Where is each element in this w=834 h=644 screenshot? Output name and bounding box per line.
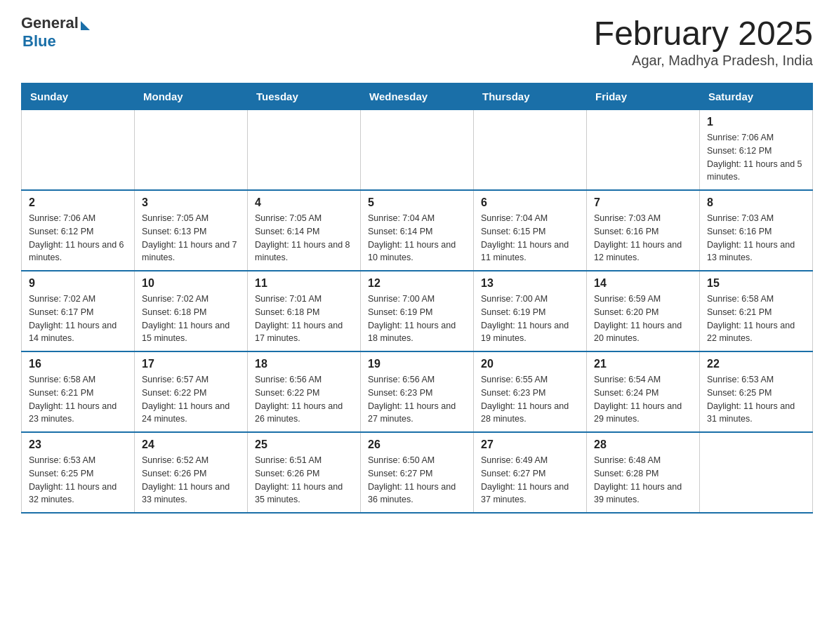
calendar-day-cell: 23Sunrise: 6:53 AM Sunset: 6:25 PM Dayli… bbox=[22, 432, 135, 513]
day-number: 23 bbox=[29, 438, 127, 451]
calendar-day-cell bbox=[361, 110, 474, 191]
day-info: Sunrise: 6:58 AM Sunset: 6:21 PM Dayligh… bbox=[707, 293, 805, 345]
logo-general-text: General bbox=[21, 14, 79, 32]
day-info: Sunrise: 7:02 AM Sunset: 6:18 PM Dayligh… bbox=[142, 293, 240, 345]
day-info: Sunrise: 6:53 AM Sunset: 6:25 PM Dayligh… bbox=[29, 454, 127, 507]
calendar-day-cell: 21Sunrise: 6:54 AM Sunset: 6:24 PM Dayli… bbox=[587, 351, 700, 432]
day-number: 8 bbox=[707, 196, 805, 209]
day-info: Sunrise: 7:01 AM Sunset: 6:18 PM Dayligh… bbox=[255, 293, 353, 345]
day-number: 7 bbox=[594, 196, 692, 209]
calendar-table: SundayMondayTuesdayWednesdayThursdayFrid… bbox=[21, 83, 813, 514]
calendar-header-row: SundayMondayTuesdayWednesdayThursdayFrid… bbox=[22, 83, 813, 110]
day-info: Sunrise: 7:06 AM Sunset: 6:12 PM Dayligh… bbox=[29, 212, 127, 264]
day-number: 22 bbox=[707, 358, 805, 370]
day-number: 5 bbox=[368, 196, 466, 209]
calendar-day-cell: 19Sunrise: 6:56 AM Sunset: 6:23 PM Dayli… bbox=[361, 351, 474, 432]
day-info: Sunrise: 6:53 AM Sunset: 6:25 PM Dayligh… bbox=[707, 373, 805, 426]
calendar-day-cell: 7Sunrise: 7:03 AM Sunset: 6:16 PM Daylig… bbox=[587, 190, 700, 271]
page-header: General Blue February 2025 Agar, Madhya … bbox=[21, 14, 813, 69]
day-info: Sunrise: 6:59 AM Sunset: 6:20 PM Dayligh… bbox=[594, 293, 692, 345]
calendar-day-cell: 10Sunrise: 7:02 AM Sunset: 6:18 PM Dayli… bbox=[135, 271, 248, 351]
day-info: Sunrise: 7:02 AM Sunset: 6:17 PM Dayligh… bbox=[29, 293, 127, 345]
day-info: Sunrise: 7:00 AM Sunset: 6:19 PM Dayligh… bbox=[481, 293, 579, 345]
day-info: Sunrise: 6:57 AM Sunset: 6:22 PM Dayligh… bbox=[142, 373, 240, 426]
calendar-day-cell: 13Sunrise: 7:00 AM Sunset: 6:19 PM Dayli… bbox=[474, 271, 587, 351]
day-number: 28 bbox=[594, 438, 692, 451]
logo-triangle-icon bbox=[81, 21, 90, 30]
day-info: Sunrise: 6:54 AM Sunset: 6:24 PM Dayligh… bbox=[594, 373, 692, 426]
day-info: Sunrise: 6:49 AM Sunset: 6:27 PM Dayligh… bbox=[481, 454, 579, 507]
day-number: 4 bbox=[255, 196, 353, 209]
day-of-week-header: Tuesday bbox=[248, 83, 361, 110]
calendar-day-cell: 27Sunrise: 6:49 AM Sunset: 6:27 PM Dayli… bbox=[474, 432, 587, 513]
day-info: Sunrise: 6:55 AM Sunset: 6:23 PM Dayligh… bbox=[481, 373, 579, 426]
day-of-week-header: Thursday bbox=[474, 83, 587, 110]
day-info: Sunrise: 7:00 AM Sunset: 6:19 PM Dayligh… bbox=[368, 293, 466, 345]
page-subtitle: Agar, Madhya Pradesh, India bbox=[594, 53, 813, 69]
logo: General Blue bbox=[21, 14, 90, 51]
day-number: 13 bbox=[481, 277, 579, 290]
day-number: 1 bbox=[707, 116, 805, 128]
calendar-day-cell: 2Sunrise: 7:06 AM Sunset: 6:12 PM Daylig… bbox=[22, 190, 135, 271]
day-number: 16 bbox=[29, 358, 127, 370]
day-number: 25 bbox=[255, 438, 353, 451]
page-title: February 2025 bbox=[594, 14, 813, 53]
day-info: Sunrise: 6:58 AM Sunset: 6:21 PM Dayligh… bbox=[29, 373, 127, 426]
day-info: Sunrise: 7:05 AM Sunset: 6:14 PM Dayligh… bbox=[255, 212, 353, 264]
calendar-day-cell: 6Sunrise: 7:04 AM Sunset: 6:15 PM Daylig… bbox=[474, 190, 587, 271]
day-number: 15 bbox=[707, 277, 805, 290]
day-number: 3 bbox=[142, 196, 240, 209]
calendar-week-row: 16Sunrise: 6:58 AM Sunset: 6:21 PM Dayli… bbox=[22, 351, 813, 432]
day-info: Sunrise: 6:51 AM Sunset: 6:26 PM Dayligh… bbox=[255, 454, 353, 507]
calendar-day-cell: 16Sunrise: 6:58 AM Sunset: 6:21 PM Dayli… bbox=[22, 351, 135, 432]
calendar-day-cell bbox=[22, 110, 135, 191]
day-number: 11 bbox=[255, 277, 353, 290]
day-number: 6 bbox=[481, 196, 579, 209]
day-number: 27 bbox=[481, 438, 579, 451]
day-info: Sunrise: 6:48 AM Sunset: 6:28 PM Dayligh… bbox=[594, 454, 692, 507]
calendar-week-row: 9Sunrise: 7:02 AM Sunset: 6:17 PM Daylig… bbox=[22, 271, 813, 351]
calendar-day-cell: 5Sunrise: 7:04 AM Sunset: 6:14 PM Daylig… bbox=[361, 190, 474, 271]
calendar-day-cell: 9Sunrise: 7:02 AM Sunset: 6:17 PM Daylig… bbox=[22, 271, 135, 351]
title-block: February 2025 Agar, Madhya Pradesh, Indi… bbox=[594, 14, 813, 69]
day-number: 19 bbox=[368, 358, 466, 370]
calendar-day-cell: 12Sunrise: 7:00 AM Sunset: 6:19 PM Dayli… bbox=[361, 271, 474, 351]
calendar-day-cell bbox=[248, 110, 361, 191]
calendar-day-cell: 17Sunrise: 6:57 AM Sunset: 6:22 PM Dayli… bbox=[135, 351, 248, 432]
calendar-day-cell: 11Sunrise: 7:01 AM Sunset: 6:18 PM Dayli… bbox=[248, 271, 361, 351]
day-info: Sunrise: 6:56 AM Sunset: 6:22 PM Dayligh… bbox=[255, 373, 353, 426]
day-number: 10 bbox=[142, 277, 240, 290]
calendar-week-row: 23Sunrise: 6:53 AM Sunset: 6:25 PM Dayli… bbox=[22, 432, 813, 513]
day-info: Sunrise: 6:52 AM Sunset: 6:26 PM Dayligh… bbox=[142, 454, 240, 507]
calendar-day-cell bbox=[700, 432, 813, 513]
calendar-day-cell: 18Sunrise: 6:56 AM Sunset: 6:22 PM Dayli… bbox=[248, 351, 361, 432]
day-info: Sunrise: 7:06 AM Sunset: 6:12 PM Dayligh… bbox=[707, 131, 805, 184]
calendar-day-cell: 3Sunrise: 7:05 AM Sunset: 6:13 PM Daylig… bbox=[135, 190, 248, 271]
day-number: 24 bbox=[142, 438, 240, 451]
calendar-day-cell: 20Sunrise: 6:55 AM Sunset: 6:23 PM Dayli… bbox=[474, 351, 587, 432]
calendar-day-cell: 15Sunrise: 6:58 AM Sunset: 6:21 PM Dayli… bbox=[700, 271, 813, 351]
day-of-week-header: Saturday bbox=[700, 83, 813, 110]
day-number: 2 bbox=[29, 196, 127, 209]
day-number: 17 bbox=[142, 358, 240, 370]
calendar-day-cell: 14Sunrise: 6:59 AM Sunset: 6:20 PM Dayli… bbox=[587, 271, 700, 351]
calendar-day-cell: 28Sunrise: 6:48 AM Sunset: 6:28 PM Dayli… bbox=[587, 432, 700, 513]
calendar-week-row: 1Sunrise: 7:06 AM Sunset: 6:12 PM Daylig… bbox=[22, 110, 813, 191]
calendar-day-cell bbox=[474, 110, 587, 191]
day-number: 26 bbox=[368, 438, 466, 451]
calendar-day-cell bbox=[587, 110, 700, 191]
day-number: 9 bbox=[29, 277, 127, 290]
day-number: 14 bbox=[594, 277, 692, 290]
calendar-week-row: 2Sunrise: 7:06 AM Sunset: 6:12 PM Daylig… bbox=[22, 190, 813, 271]
day-number: 21 bbox=[594, 358, 692, 370]
day-info: Sunrise: 7:04 AM Sunset: 6:15 PM Dayligh… bbox=[481, 212, 579, 264]
day-of-week-header: Wednesday bbox=[361, 83, 474, 110]
calendar-day-cell: 24Sunrise: 6:52 AM Sunset: 6:26 PM Dayli… bbox=[135, 432, 248, 513]
day-number: 18 bbox=[255, 358, 353, 370]
day-info: Sunrise: 6:56 AM Sunset: 6:23 PM Dayligh… bbox=[368, 373, 466, 426]
day-of-week-header: Friday bbox=[587, 83, 700, 110]
day-info: Sunrise: 6:50 AM Sunset: 6:27 PM Dayligh… bbox=[368, 454, 466, 507]
day-info: Sunrise: 7:05 AM Sunset: 6:13 PM Dayligh… bbox=[142, 212, 240, 264]
day-info: Sunrise: 7:03 AM Sunset: 6:16 PM Dayligh… bbox=[707, 212, 805, 264]
day-of-week-header: Monday bbox=[135, 83, 248, 110]
